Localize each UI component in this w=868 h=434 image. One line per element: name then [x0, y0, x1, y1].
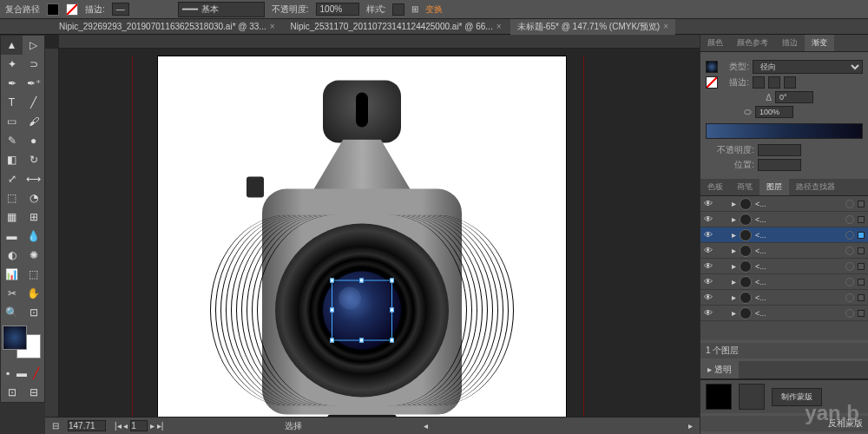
lasso-tool[interactable]: ⊃	[23, 55, 44, 74]
layer-row[interactable]: 👁▸<...	[700, 274, 868, 290]
close-icon[interactable]: ×	[663, 22, 668, 31]
style-swatch[interactable]	[392, 3, 404, 16]
gradient-preview[interactable]	[706, 61, 718, 73]
expand-icon[interactable]: ▸	[732, 261, 736, 271]
tab-swatches[interactable]: 色板	[700, 179, 730, 195]
stroke-weight-field[interactable]: —	[112, 3, 129, 16]
tab-layers[interactable]: 图层	[760, 179, 789, 195]
line-tool[interactable]: ╱	[23, 93, 44, 112]
rotate-tool[interactable]: ↻	[23, 150, 44, 169]
expand-icon[interactable]: ▸	[732, 230, 736, 240]
close-icon[interactable]: ×	[496, 22, 502, 31]
column-graph-tool[interactable]: 📊	[1, 265, 23, 284]
none-mode[interactable]: ╱	[29, 364, 43, 383]
tab-transparency[interactable]: ▸ 透明	[700, 361, 739, 378]
handle-icon[interactable]	[359, 279, 364, 283]
slice-tool[interactable]: ✂	[1, 284, 23, 303]
gradient-mode[interactable]: ▬	[15, 364, 29, 383]
zoom-out-icon[interactable]: ⊟	[52, 421, 59, 431]
stroke-none-swatch[interactable]	[66, 3, 78, 16]
target-icon[interactable]	[845, 231, 854, 240]
add-anchor-tool[interactable]: ✒⁺	[23, 74, 44, 93]
visibility-icon[interactable]: 👁	[704, 246, 714, 255]
guide-line[interactable]	[132, 56, 133, 417]
stop-position-field[interactable]	[758, 159, 801, 171]
scroll-left-icon[interactable]: ◂	[424, 421, 428, 431]
handle-icon[interactable]	[330, 339, 334, 343]
blob-brush-tool[interactable]: ●	[23, 131, 44, 150]
layer-row[interactable]: 👁▸<...	[700, 227, 868, 243]
print-tiling-tool[interactable]: ⊡	[23, 303, 44, 322]
angle-field[interactable]	[775, 91, 813, 103]
rectangle-tool[interactable]: ▭	[1, 112, 23, 131]
expand-icon[interactable]: ▸	[732, 308, 736, 318]
visibility-icon[interactable]: 👁	[704, 261, 714, 271]
width-tool[interactable]: ⟷	[23, 169, 44, 188]
make-mask-button[interactable]: 制作蒙版	[772, 388, 822, 406]
symbol-sprayer-tool[interactable]: ✺	[23, 246, 44, 265]
layer-row[interactable]: 👁▸<...	[700, 212, 868, 227]
object-thumb[interactable]	[706, 384, 732, 410]
fill-color[interactable]	[3, 326, 27, 350]
handle-icon[interactable]	[390, 279, 394, 283]
layer-row[interactable]: 👁▸<...	[700, 243, 868, 259]
opacity-field[interactable]: 100%	[316, 3, 359, 16]
direct-selection-tool[interactable]: ▷	[23, 36, 44, 55]
visibility-icon[interactable]: 👁	[704, 308, 714, 318]
expand-icon[interactable]: ▸	[732, 214, 736, 224]
target-icon[interactable]	[845, 262, 854, 271]
eyedropper-tool[interactable]: 💧	[23, 227, 44, 246]
target-icon[interactable]	[845, 278, 854, 286]
tab-color-guide[interactable]: 颜色参考	[730, 35, 775, 51]
tab-pathfinder[interactable]: 路径查找器	[789, 179, 842, 195]
handle-icon[interactable]	[390, 308, 394, 312]
target-icon[interactable]	[845, 215, 854, 224]
layer-row[interactable]: 👁▸<...	[700, 196, 868, 212]
layer-row[interactable]: 👁▸<...	[700, 290, 868, 306]
gradient-tool[interactable]: ▬	[1, 227, 23, 246]
visibility-icon[interactable]: 👁	[704, 230, 714, 240]
fill-stroke-swatches[interactable]	[3, 326, 43, 360]
handle-icon[interactable]	[330, 279, 334, 283]
aspect-field[interactable]	[755, 106, 793, 118]
visibility-icon[interactable]: 👁	[704, 199, 714, 208]
zoom-field[interactable]	[68, 420, 106, 431]
artboard-nav[interactable]: |◂ ◂ ▸ ▸|	[115, 420, 163, 431]
align-icon[interactable]: ⊞	[411, 4, 418, 14]
expand-icon[interactable]: ▸	[732, 277, 736, 286]
visibility-icon[interactable]: 👁	[704, 277, 714, 286]
tab-color[interactable]: 颜色	[700, 35, 730, 51]
gradient-type-select[interactable]: 径向	[753, 60, 863, 74]
shape-builder-tool[interactable]: ◔	[23, 188, 44, 207]
scroll-right-icon[interactable]: ▸	[688, 421, 693, 431]
stroke-type-1[interactable]	[753, 76, 765, 89]
selection-bounding-box[interactable]	[332, 280, 392, 341]
handle-icon[interactable]	[359, 339, 364, 343]
zoom-tool[interactable]: 🔍	[1, 303, 23, 322]
screen-mode[interactable]: ⊡	[1, 383, 23, 402]
stop-opacity-field[interactable]	[758, 144, 801, 156]
layer-row[interactable]: 👁▸<...	[700, 306, 868, 321]
tab-doc-1[interactable]: Nipic_29269293_20190701163625318030.ai* …	[52, 20, 282, 33]
stroke-type-3[interactable]	[784, 76, 796, 89]
fill-swatch[interactable]	[47, 3, 59, 16]
visibility-icon[interactable]: 👁	[704, 293, 714, 302]
target-icon[interactable]	[845, 247, 854, 255]
handle-icon[interactable]	[390, 339, 394, 343]
expand-icon[interactable]: ▸	[732, 246, 736, 255]
paintbrush-tool[interactable]: 🖌	[23, 112, 44, 131]
pencil-tool[interactable]: ✎	[1, 131, 23, 150]
mesh-tool[interactable]: ⊞	[23, 207, 44, 227]
change-screen-mode[interactable]: ⊟	[23, 383, 44, 402]
tab-gradient[interactable]: 渐变	[805, 35, 834, 51]
handle-icon[interactable]	[330, 308, 334, 312]
eraser-tool[interactable]: ◧	[1, 150, 23, 169]
tab-stroke[interactable]: 描边	[775, 35, 805, 51]
selection-tool[interactable]: ▲	[1, 36, 23, 55]
scale-tool[interactable]: ⤢	[1, 169, 23, 188]
artboard-tool[interactable]: ⬚	[23, 265, 44, 284]
type-tool[interactable]: T	[1, 93, 23, 112]
target-icon[interactable]	[845, 200, 854, 208]
stroke-type-2[interactable]	[768, 76, 780, 89]
blend-tool[interactable]: ◐	[1, 246, 23, 265]
